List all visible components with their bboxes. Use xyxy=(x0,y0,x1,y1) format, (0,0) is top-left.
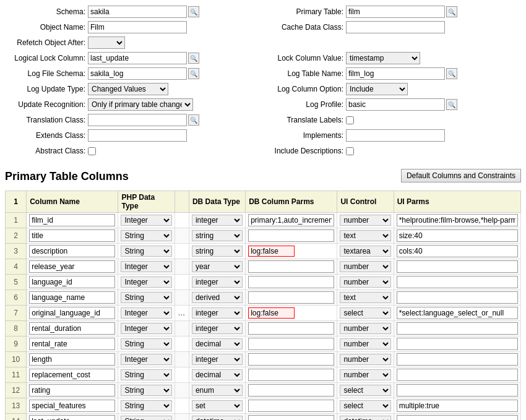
db-type-select[interactable]: integerstringdecimalyearderiveddatetimee… xyxy=(192,307,243,319)
update-recognition-select[interactable]: Only if primary table changed Always xyxy=(88,98,193,111)
log-file-schema-search-icon[interactable]: 🔍 xyxy=(188,68,199,79)
php-type-select[interactable]: IntegerStringFloatBooleanDate xyxy=(121,323,171,334)
php-type-select[interactable]: IntegerStringFloatBooleanDate xyxy=(121,354,171,365)
ui-control-select[interactable]: numbertexttextareaselectdatetime xyxy=(340,307,390,319)
php-type-select[interactable]: IntegerStringFloatBooleanDate xyxy=(121,385,171,396)
db-type-select[interactable]: integerstringdecimalyearderiveddatetimee… xyxy=(192,416,243,420)
db-type-select[interactable]: integerstringdecimalyearderiveddatetimee… xyxy=(192,261,243,272)
log-file-schema-input[interactable] xyxy=(88,67,187,80)
translate-labels-checkbox[interactable] xyxy=(346,116,354,124)
db-type-select[interactable]: integerstringdecimalyearderiveddatetimee… xyxy=(192,385,243,396)
php-type-select[interactable]: IntegerStringFloatBooleanDate xyxy=(121,215,171,226)
log-table-name-input[interactable] xyxy=(346,67,445,80)
ui-control-select[interactable]: numbertexttextareaselectdatetime xyxy=(340,292,390,303)
db-parms-input[interactable] xyxy=(248,415,334,420)
ui-control-select[interactable]: numbertexttextareaselectdatetime xyxy=(340,354,390,365)
ui-parms-input[interactable] xyxy=(397,214,518,226)
db-parms-input[interactable] xyxy=(248,260,334,273)
col-name-input[interactable] xyxy=(29,353,115,366)
ui-control-select[interactable]: numbertexttextareaselectdatetime xyxy=(340,261,390,272)
ui-control-select[interactable]: numbertexttextareaselectdatetime xyxy=(340,323,390,334)
ui-control-select[interactable]: numbertexttextareaselectdatetime xyxy=(340,276,390,288)
col-name-input[interactable] xyxy=(29,260,115,273)
php-type-select[interactable]: IntegerStringFloatBooleanDate xyxy=(121,230,171,241)
primary-table-input[interactable] xyxy=(346,6,445,18)
log-table-name-search-icon[interactable]: 🔍 xyxy=(446,68,457,79)
primary-table-search-icon[interactable]: 🔍 xyxy=(446,6,457,17)
db-type-select[interactable]: integerstringdecimalyearderiveddatetimee… xyxy=(192,354,243,365)
ui-parms-input[interactable] xyxy=(397,338,518,350)
db-type-select[interactable]: integerstringdecimalyearderiveddatetimee… xyxy=(192,276,243,288)
db-parms-input[interactable] xyxy=(248,276,334,288)
php-type-select[interactable]: IntegerStringFloatBooleanDate xyxy=(121,307,171,319)
logical-lock-search-icon[interactable]: 🔍 xyxy=(188,53,199,64)
ui-parms-input[interactable] xyxy=(397,353,518,366)
db-type-select[interactable]: integerstringdecimalyearderiveddatetimee… xyxy=(192,246,243,257)
php-type-select[interactable]: IntegerStringFloatBooleanDate xyxy=(121,246,171,257)
schema-input[interactable] xyxy=(88,6,187,18)
log-update-type-select[interactable]: Changed Values All Values xyxy=(88,83,168,95)
col-name-input[interactable] xyxy=(29,214,115,226)
ui-control-select[interactable]: numbertexttextareaselectdatetime xyxy=(340,400,390,411)
php-type-select[interactable]: IntegerStringFloatBooleanDate xyxy=(121,276,171,288)
php-type-select[interactable]: IntegerStringFloatBooleanDate xyxy=(121,416,171,420)
ui-parms-input[interactable] xyxy=(397,369,518,381)
refetch-select[interactable] xyxy=(88,36,125,49)
col-name-input[interactable] xyxy=(29,307,115,319)
php-type-select[interactable]: IntegerStringFloatBooleanDate xyxy=(121,338,171,349)
ui-parms-input[interactable] xyxy=(397,229,518,242)
log-column-option-select[interactable]: Include Exclude xyxy=(346,83,408,95)
ui-parms-input[interactable] xyxy=(397,291,518,304)
db-parms-input[interactable] xyxy=(248,214,334,226)
db-type-select[interactable]: integerstringdecimalyearderiveddatetimee… xyxy=(192,323,243,334)
abstract-class-checkbox[interactable] xyxy=(88,147,96,155)
logical-lock-input[interactable] xyxy=(88,52,187,64)
db-type-select[interactable]: integerstringdecimalyearderiveddatetimee… xyxy=(192,215,243,226)
db-parms-input[interactable] xyxy=(248,307,295,319)
ui-control-select[interactable]: numbertexttextareaselectdatetime xyxy=(340,385,390,396)
schema-search-icon[interactable]: 🔍 xyxy=(188,6,199,17)
db-parms-input[interactable] xyxy=(248,400,334,412)
col-name-input[interactable] xyxy=(29,415,115,420)
db-type-select[interactable]: integerstringdecimalyearderiveddatetimee… xyxy=(192,292,243,303)
db-type-select[interactable]: integerstringdecimalyearderiveddatetimee… xyxy=(192,230,243,241)
db-parms-input[interactable] xyxy=(248,322,334,335)
extends-class-input[interactable] xyxy=(88,129,187,142)
db-parms-input[interactable] xyxy=(248,353,334,366)
ui-parms-input[interactable] xyxy=(397,384,518,396)
col-name-input[interactable] xyxy=(29,369,115,381)
db-type-select[interactable]: integerstringdecimalyearderiveddatetimee… xyxy=(192,400,243,411)
col-name-input[interactable] xyxy=(29,400,115,412)
cache-data-input[interactable] xyxy=(346,21,445,33)
log-profile-input[interactable] xyxy=(346,98,445,111)
col-name-input[interactable] xyxy=(29,338,115,350)
object-name-input[interactable] xyxy=(88,21,187,33)
php-type-select[interactable]: IntegerStringFloatBooleanDate xyxy=(121,400,171,411)
db-type-select[interactable]: integerstringdecimalyearderiveddatetimee… xyxy=(192,338,243,349)
col-name-input[interactable] xyxy=(29,322,115,335)
db-parms-input[interactable] xyxy=(248,246,295,257)
db-parms-input[interactable] xyxy=(248,291,334,304)
translation-class-search-icon[interactable]: 🔍 xyxy=(188,114,199,126)
db-parms-input[interactable] xyxy=(248,369,334,381)
col-name-input[interactable] xyxy=(29,245,115,257)
implements-input[interactable] xyxy=(346,129,445,142)
ui-parms-input[interactable] xyxy=(397,307,518,319)
ui-control-select[interactable]: numbertexttextareaselectdatetime xyxy=(340,230,390,241)
lock-column-value-select[interactable]: timestamp datetime integer xyxy=(346,52,420,64)
db-parms-input[interactable] xyxy=(248,384,334,396)
php-type-select[interactable]: IntegerStringFloatBooleanDate xyxy=(121,369,171,380)
include-descriptions-checkbox[interactable] xyxy=(346,147,354,155)
ui-parms-input[interactable] xyxy=(397,276,518,288)
ui-parms-input[interactable] xyxy=(397,245,518,257)
db-parms-input[interactable] xyxy=(248,338,334,350)
db-parms-input[interactable] xyxy=(248,229,334,242)
col-name-input[interactable] xyxy=(29,384,115,396)
ui-control-select[interactable]: numbertexttextareaselectdatetime xyxy=(340,215,390,226)
php-type-select[interactable]: IntegerStringFloatBooleanDate xyxy=(121,261,171,272)
db-type-select[interactable]: integerstringdecimalyearderiveddatetimee… xyxy=(192,369,243,380)
ui-control-select[interactable]: numbertexttextareaselectdatetime xyxy=(340,246,390,257)
ui-control-select[interactable]: numbertexttextareaselectdatetime xyxy=(340,369,390,380)
log-profile-search-icon[interactable]: 🔍 xyxy=(446,99,457,110)
col-name-input[interactable] xyxy=(29,291,115,304)
